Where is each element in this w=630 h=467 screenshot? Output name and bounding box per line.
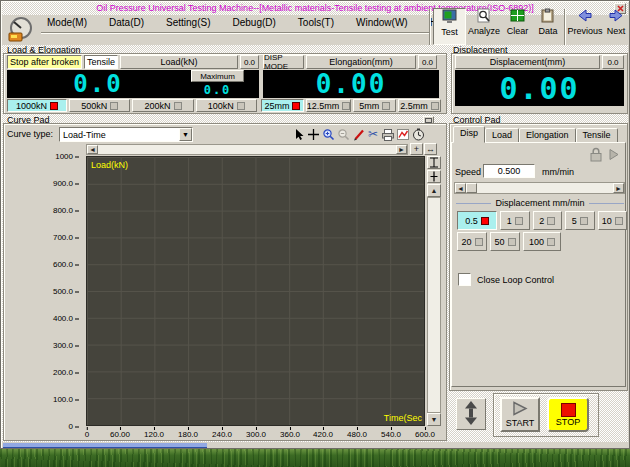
preset-label: 2 — [539, 216, 544, 226]
elongation-range-25mm[interactable]: 25mm — [261, 99, 304, 112]
tab-disp[interactable]: Disp — [453, 126, 485, 143]
stop-label: STOP — [556, 417, 580, 427]
displacement-aux-value: 0.0 — [602, 55, 624, 69]
toolbar-next-button[interactable]: Next — [603, 8, 629, 45]
fit-height-button[interactable] — [427, 156, 441, 169]
speed-label: Speed — [455, 167, 481, 177]
speed-input[interactable] — [483, 164, 535, 178]
range-label: 25mm — [264, 101, 289, 111]
crosshair-icon[interactable] — [306, 127, 320, 141]
axis-zoom-button[interactable]: + — [410, 143, 423, 155]
preset-50[interactable]: 50 — [490, 232, 520, 251]
scroll-right-button[interactable]: ► — [396, 145, 407, 154]
pan-vertical-button[interactable] — [427, 170, 441, 183]
elongation-range-5mm[interactable]: 5mm — [353, 99, 396, 112]
slider-left-button[interactable]: ◄ — [455, 183, 466, 193]
tab-load[interactable]: Load — [485, 128, 519, 143]
preset-100[interactable]: 100 — [523, 232, 561, 251]
run-disabled-icon[interactable] — [607, 148, 620, 163]
plot-scroll-down-button[interactable]: ▼ — [427, 413, 441, 426]
zoom-in-icon[interactable] — [321, 127, 335, 141]
preset-0-5[interactable]: 0.5 — [457, 211, 497, 230]
start-button[interactable]: START — [500, 397, 540, 432]
elongation-range-2-5mm[interactable]: 2.5mm — [398, 99, 441, 112]
stop-mode-box[interactable]: Stop after broken — [7, 55, 82, 69]
load-aux-value: 0.0 — [240, 55, 259, 69]
plot-v-scrollbar[interactable] — [427, 197, 441, 413]
preset-2[interactable]: 2 — [533, 211, 563, 230]
menu-debug[interactable]: Debug(D) — [229, 16, 280, 30]
preset-label: 0.5 — [465, 216, 478, 226]
menu-setting[interactable]: Setting(S) — [162, 16, 214, 30]
menu-mode[interactable]: Mode(M) — [43, 16, 91, 30]
load-range-500kN[interactable]: 500kN — [69, 99, 130, 112]
separator-line — [456, 203, 491, 204]
stop-button[interactable]: STOP — [547, 397, 589, 432]
range-label: 12.5mm — [307, 101, 340, 111]
speed-slider[interactable]: ◄ ► — [454, 182, 625, 194]
plot-scroll-up-button[interactable]: ▲ — [427, 184, 441, 197]
zoom-out-icon[interactable] — [336, 127, 350, 141]
speed-unit-label: mm/min — [542, 167, 574, 177]
app-window: Oil Pressure Universal Testing Machine--… — [0, 0, 630, 449]
preset-10[interactable]: 10 — [598, 211, 628, 230]
preset-indicator-on — [481, 217, 489, 225]
hold-lock-icon[interactable] — [589, 147, 603, 164]
load-range-1000kN[interactable]: 1000kN — [7, 99, 67, 112]
toolbar-clear-button[interactable]: Clear — [502, 8, 533, 45]
menu-data[interactable]: Data(D) — [105, 16, 148, 30]
chart-plot-area[interactable]: Load(kN) Time(Sec — [86, 156, 425, 426]
load-range-200kN[interactable]: 200kN — [132, 99, 193, 112]
maximum-value-display: 0.0 — [192, 83, 243, 97]
toolbar-test-button[interactable]: Test — [433, 8, 466, 45]
disp-mode-button[interactable]: DISP MODE — [263, 55, 304, 69]
analyze-icon — [475, 8, 493, 25]
pen-icon[interactable] — [351, 127, 365, 141]
progress-bar — [3, 443, 207, 448]
jog-updown-button[interactable] — [456, 398, 486, 430]
scroll-up-icon: ▲ — [431, 187, 438, 194]
curve-window-icon[interactable] — [396, 127, 410, 141]
toolbar-analyze-button[interactable]: Analyze — [467, 8, 501, 45]
tab-elongation[interactable]: Elongation — [519, 128, 576, 143]
preset-1[interactable]: 1 — [500, 211, 530, 230]
toolbar-data-button[interactable]: Data — [534, 8, 562, 45]
test-type-box[interactable]: Tensile — [84, 55, 118, 69]
curve-toolbar: ✂ — [291, 126, 425, 142]
data-icon — [539, 8, 557, 25]
menu-tools[interactable]: Tools(T) — [294, 16, 338, 30]
preset-5[interactable]: 5 — [565, 211, 595, 230]
clear-icon — [509, 8, 527, 25]
toolbar-previous-button[interactable]: Previous — [568, 8, 602, 45]
menu-window[interactable]: Window(W) — [352, 16, 412, 30]
slider-right-button[interactable]: ► — [613, 183, 624, 193]
elongation-range-12-5mm[interactable]: 12.5mm — [306, 99, 352, 112]
y-tick: 100.0 — [29, 395, 79, 404]
print-icon[interactable] — [381, 127, 395, 141]
load-range-100kN[interactable]: 100kN — [196, 99, 257, 112]
curve-type-dropdown[interactable]: Load-Time ▼ — [59, 127, 193, 142]
preset-row-1: 0.5 1 2 5 10 — [457, 211, 627, 230]
cursor-select-icon[interactable] — [291, 127, 305, 141]
toolbar-next-label: Next — [607, 26, 626, 36]
y-tick: 900.0 — [29, 179, 79, 188]
close-loop-row[interactable]: Close Loop Control — [458, 273, 554, 286]
elongation-display: 0.00 — [263, 70, 439, 98]
curve-type-value: Load-Time — [63, 130, 106, 140]
scissors-icon[interactable]: ✂ — [366, 127, 380, 141]
maximum-label: Maximum — [191, 70, 244, 82]
timer-icon[interactable] — [411, 127, 425, 141]
displacement-header: Displacement(mm) — [455, 55, 600, 69]
plot-h-scrollbar[interactable]: ◄ ► — [86, 144, 408, 155]
dropdown-arrow-button[interactable]: ▼ — [179, 128, 192, 141]
tab-tensile[interactable]: Tensile — [576, 128, 618, 143]
slider-thumb[interactable] — [466, 183, 477, 193]
fit-width-button[interactable]: ↔ — [424, 143, 437, 155]
scroll-left-button[interactable]: ◄ — [87, 145, 98, 154]
preset-indicator — [615, 217, 623, 225]
desktop-wallpaper — [0, 449, 630, 467]
preset-20[interactable]: 20 — [457, 232, 487, 251]
pan-vertical-icon — [429, 171, 439, 183]
range-indicator — [382, 102, 390, 110]
close-loop-checkbox[interactable] — [458, 273, 471, 286]
